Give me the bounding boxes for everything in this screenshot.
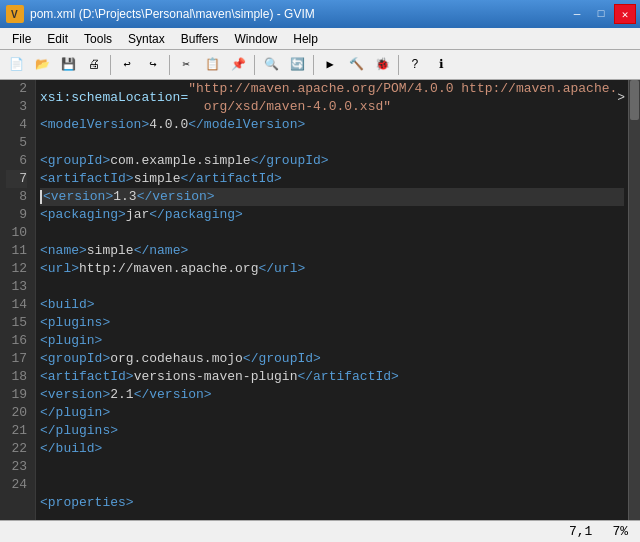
menu-tools[interactable]: Tools — [76, 28, 120, 49]
line-number: 6 — [6, 152, 27, 170]
window-title: pom.xml (D:\Projects\Personal\maven\simp… — [30, 7, 315, 21]
line-number: 12 — [6, 260, 27, 278]
code-line: <build> — [40, 296, 624, 314]
code-line: <artifactId>versions-maven-plugin</artif… — [40, 368, 624, 386]
line-number: 11 — [6, 242, 27, 260]
code-line: <version>1.3</version> — [40, 188, 624, 206]
toolbar-save[interactable]: 💾 — [56, 53, 80, 77]
menu-edit[interactable]: Edit — [39, 28, 76, 49]
toolbar-debug[interactable]: 🐞 — [370, 53, 394, 77]
line-number: 9 — [6, 206, 27, 224]
toolbar-sep4 — [313, 55, 314, 75]
line-number: 16 — [6, 332, 27, 350]
code-line — [40, 458, 624, 476]
toolbar-sep5 — [398, 55, 399, 75]
code-line — [40, 134, 624, 152]
line-number: 20 — [6, 404, 27, 422]
toolbar-run[interactable]: ▶ — [318, 53, 342, 77]
toolbar-sep1 — [110, 55, 111, 75]
code-line: <packaging>jar</packaging> — [40, 206, 624, 224]
toolbar-find[interactable]: 🔍 — [259, 53, 283, 77]
scroll-percent: 7% — [612, 524, 628, 539]
code-line — [40, 224, 624, 242]
text-cursor — [40, 190, 42, 204]
menu-help[interactable]: Help — [285, 28, 326, 49]
code-line: <groupId>com.example.simple</groupId> — [40, 152, 624, 170]
line-number: 21 — [6, 422, 27, 440]
line-number: 5 — [6, 134, 27, 152]
line-number: 17 — [6, 350, 27, 368]
menu-window[interactable]: Window — [227, 28, 286, 49]
toolbar-new[interactable]: 📄 — [4, 53, 28, 77]
minimize-button[interactable]: — — [566, 4, 588, 24]
line-number: 7 — [6, 170, 27, 188]
line-number: 2 — [6, 80, 27, 98]
toolbar-copy[interactable]: 📋 — [200, 53, 224, 77]
toolbar: 📄 📂 💾 🖨 ↩ ↪ ✂ 📋 📌 🔍 🔄 ▶ 🔨 🐞 ? ℹ — [0, 50, 640, 80]
toolbar-print[interactable]: 🖨 — [82, 53, 106, 77]
toolbar-open[interactable]: 📂 — [30, 53, 54, 77]
code-line — [40, 476, 624, 494]
line-number: 13 — [6, 278, 27, 296]
toolbar-undo[interactable]: ↩ — [115, 53, 139, 77]
line-number: 3 — [6, 98, 27, 116]
code-line: <modelVersion>4.0.0</modelVersion> — [40, 116, 624, 134]
scrollbar-thumb[interactable] — [630, 80, 639, 120]
line-numbers: 23456789101112131415161718192021222324 — [0, 80, 36, 520]
title-bar: V pom.xml (D:\Projects\Personal\maven\si… — [0, 0, 640, 28]
scrollbar[interactable] — [628, 80, 640, 520]
editor-container: 23456789101112131415161718192021222324 x… — [0, 80, 640, 520]
svg-text:V: V — [11, 9, 18, 20]
status-bar: 7,1 7% — [0, 520, 640, 542]
cursor-position: 7,1 — [569, 524, 592, 539]
toolbar-redo[interactable]: ↪ — [141, 53, 165, 77]
app-icon: V — [6, 5, 24, 23]
toolbar-about[interactable]: ℹ — [429, 53, 453, 77]
close-button[interactable]: ✕ — [614, 4, 636, 24]
menu-buffers[interactable]: Buffers — [173, 28, 227, 49]
toolbar-sep2 — [169, 55, 170, 75]
code-line: </build> — [40, 440, 624, 458]
code-line: </plugin> — [40, 404, 624, 422]
line-number: 22 — [6, 440, 27, 458]
line-number: 19 — [6, 386, 27, 404]
code-line: <groupId>org.codehaus.mojo</groupId> — [40, 350, 624, 368]
line-number: 10 — [6, 224, 27, 242]
code-line: <properties> — [40, 494, 624, 512]
code-line: <plugin> — [40, 332, 624, 350]
line-number: 4 — [6, 116, 27, 134]
toolbar-cut[interactable]: ✂ — [174, 53, 198, 77]
code-line: <url>http://maven.apache.org</url> — [40, 260, 624, 278]
code-line: <plugins> — [40, 314, 624, 332]
code-line — [40, 278, 624, 296]
menu-syntax[interactable]: Syntax — [120, 28, 173, 49]
code-line: <name>simple</name> — [40, 242, 624, 260]
line-number: 14 — [6, 296, 27, 314]
line-number: 18 — [6, 368, 27, 386]
menu-file[interactable]: File — [4, 28, 39, 49]
toolbar-replace[interactable]: 🔄 — [285, 53, 309, 77]
code-line: <version>2.1</version> — [40, 386, 624, 404]
line-number: 15 — [6, 314, 27, 332]
line-number: 24 — [6, 476, 27, 494]
toolbar-sep3 — [254, 55, 255, 75]
code-line: <artifactId>simple</artifactId> — [40, 170, 624, 188]
code-line: </plugins> — [40, 422, 624, 440]
line-number: 23 — [6, 458, 27, 476]
maximize-button[interactable]: □ — [590, 4, 612, 24]
code-line: xsi:schemaLocation="http://maven.apache.… — [40, 80, 624, 116]
toolbar-build[interactable]: 🔨 — [344, 53, 368, 77]
toolbar-help[interactable]: ? — [403, 53, 427, 77]
menu-bar: File Edit Tools Syntax Buffers Window He… — [0, 28, 640, 50]
code-area[interactable]: xsi:schemaLocation="http://maven.apache.… — [36, 80, 628, 520]
line-number: 8 — [6, 188, 27, 206]
toolbar-paste[interactable]: 📌 — [226, 53, 250, 77]
